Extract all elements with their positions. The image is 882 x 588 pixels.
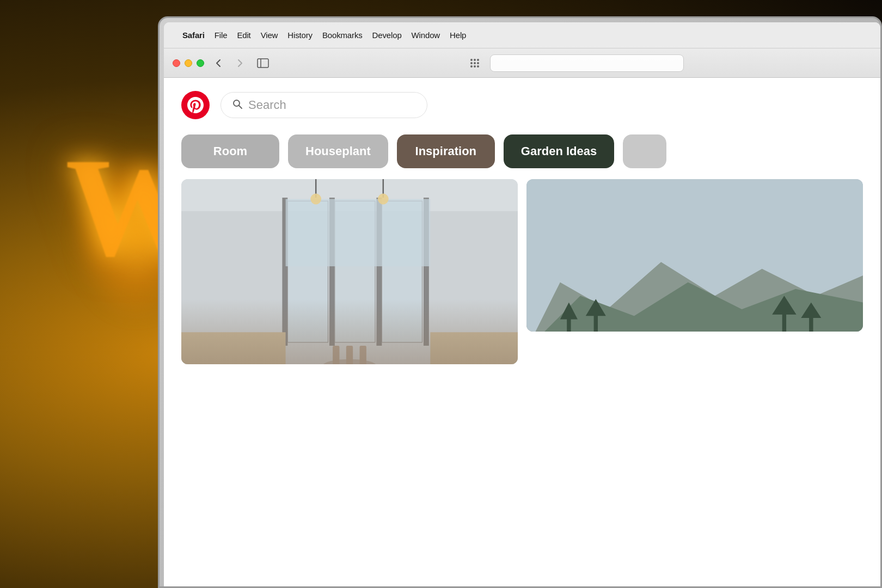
svg-rect-42 <box>809 316 813 332</box>
category-garden-ideas[interactable]: Garden Ideas <box>504 134 614 168</box>
develop-menu[interactable]: Develop <box>372 30 402 40</box>
image-column-right <box>526 179 863 364</box>
search-placeholder-text: Search <box>248 98 286 112</box>
svg-rect-27 <box>346 346 353 364</box>
back-button[interactable] <box>211 56 226 71</box>
svg-rect-26 <box>333 346 339 364</box>
window-menu[interactable]: Window <box>412 30 440 40</box>
history-menu[interactable]: History <box>287 30 313 40</box>
image-grid <box>164 179 880 364</box>
svg-point-5 <box>470 62 473 64</box>
bookmarks-menu[interactable]: Bookmarks <box>322 30 363 40</box>
image-card-mountain[interactable] <box>526 179 863 332</box>
svg-point-4 <box>477 59 479 61</box>
pinterest-logo <box>181 91 210 119</box>
svg-rect-24 <box>430 332 518 364</box>
pinterest-header: Search <box>164 78 880 130</box>
svg-point-2 <box>470 59 473 61</box>
search-icon <box>232 99 243 112</box>
svg-point-10 <box>477 65 479 68</box>
tab-overview-button[interactable] <box>466 56 483 71</box>
maximize-button[interactable] <box>197 59 204 67</box>
close-button[interactable] <box>173 59 180 67</box>
svg-point-32 <box>378 194 389 205</box>
safari-toolbar <box>164 48 880 78</box>
macbook-frame: Safari File Edit View History Bookmarks … <box>158 16 882 588</box>
svg-point-9 <box>474 65 476 68</box>
category-room[interactable]: Room <box>181 134 279 168</box>
svg-rect-23 <box>181 332 286 364</box>
help-menu[interactable]: Help <box>450 30 466 40</box>
file-menu[interactable]: File <box>215 30 228 40</box>
screen: Safari File Edit View History Bookmarks … <box>164 22 880 586</box>
svg-rect-28 <box>360 346 366 364</box>
pinterest-content: Search Room Houseplant Inspiration G <box>164 78 880 586</box>
category-section: Room Houseplant Inspiration Garden Ideas <box>164 130 880 179</box>
macbook-bezel: Safari File Edit View History Bookmarks … <box>158 16 882 588</box>
svg-point-8 <box>470 65 473 68</box>
image-card-kitchen[interactable] <box>181 179 518 364</box>
image-column-left <box>181 179 518 364</box>
svg-rect-0 <box>258 59 268 68</box>
category-more[interactable] <box>623 134 666 168</box>
search-bar[interactable]: Search <box>220 92 427 118</box>
svg-point-6 <box>474 62 476 64</box>
svg-point-30 <box>310 194 321 205</box>
safari-menu[interactable]: Safari <box>182 30 205 40</box>
pinterest-logo-icon <box>187 97 204 113</box>
traffic-lights <box>173 59 204 67</box>
svg-rect-22 <box>286 199 431 267</box>
edit-menu[interactable]: Edit <box>237 30 250 40</box>
macos-menubar: Safari File Edit View History Bookmarks … <box>164 22 880 48</box>
minimize-button[interactable] <box>185 59 192 67</box>
category-inspiration[interactable]: Inspiration <box>397 134 495 168</box>
svg-line-12 <box>239 106 242 108</box>
forward-button[interactable] <box>232 56 248 71</box>
svg-rect-40 <box>782 313 786 332</box>
address-bar[interactable] <box>490 54 683 72</box>
sidebar-toggle-button[interactable] <box>254 56 272 71</box>
svg-point-3 <box>474 59 476 61</box>
category-houseplant[interactable]: Houseplant <box>288 134 388 168</box>
view-menu[interactable]: View <box>261 30 278 40</box>
svg-point-7 <box>477 62 479 64</box>
svg-point-25 <box>323 359 377 364</box>
